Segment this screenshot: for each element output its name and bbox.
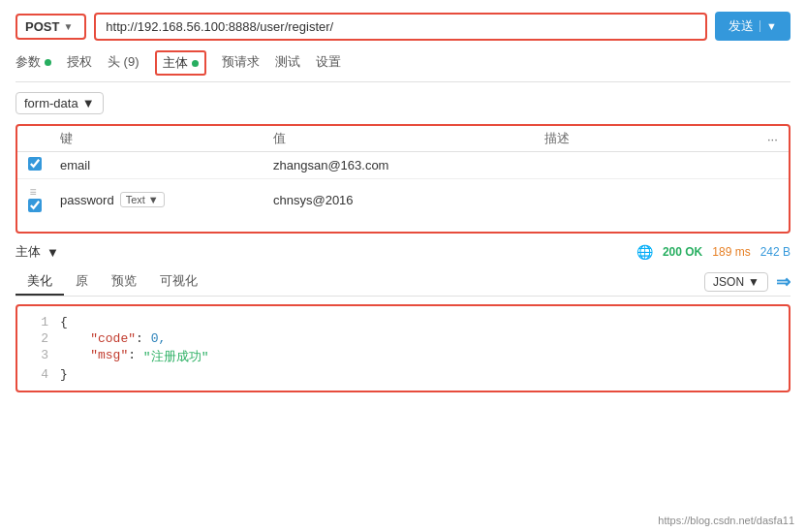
resp-tab-preview-label: 预览	[111, 273, 137, 288]
code-colon-2: :	[128, 348, 143, 365]
resp-tab-beautify[interactable]: 美化	[16, 268, 64, 296]
response-left: 主体 ▼	[16, 243, 59, 261]
code-line-4: 4 }	[17, 366, 789, 383]
row2-desc	[537, 179, 760, 221]
resp-tab-preview[interactable]: 预览	[100, 268, 148, 296]
resp-tab-visualize-label: 可视化	[160, 273, 198, 288]
globe-icon: 🌐	[636, 244, 653, 260]
response-header: 主体 ▼ 🌐 200 OK 189 ms 242 B	[16, 243, 790, 261]
resp-tab-raw[interactable]: 原	[64, 268, 100, 296]
code-line-3: 3 "msg" : "注册成功"	[17, 347, 789, 366]
drag-handle-icon: ≡	[29, 185, 36, 199]
code-key-2: "msg"	[60, 348, 128, 365]
tab-auth[interactable]: 授权	[67, 53, 92, 73]
response-section-arrow[interactable]: ▼	[46, 245, 59, 260]
form-data-select[interactable]: form-data ▼	[16, 92, 104, 114]
tab-prerequest-label: 预请求	[222, 53, 260, 71]
tab-settings-label: 设置	[316, 53, 341, 71]
status-ok: 200 OK	[663, 245, 702, 259]
form-data-arrow: ▼	[82, 96, 95, 110]
tab-headers-label: 头 (9)	[108, 53, 140, 71]
response-section-label: 主体	[16, 243, 41, 261]
th-desc: 描述	[537, 126, 760, 152]
footer-link: https://blog.csdn.net/dasfa11	[658, 515, 794, 526]
footer-link-text: https://blog.csdn.net/dasfa11	[658, 515, 794, 526]
response-tabs-row: 美化 原 预览 可视化 JSON ▼ ⇒	[16, 268, 790, 297]
row2-key-cell: password Text ▼	[52, 179, 265, 221]
code-brace-close: }	[60, 367, 68, 382]
code-brace-open: {	[60, 315, 68, 329]
toolbar-row: form-data ▼	[16, 92, 790, 114]
tab-headers[interactable]: 头 (9)	[108, 53, 140, 73]
resp-tab-raw-label: 原	[76, 273, 88, 288]
row2-checkbox-cell: ≡	[17, 179, 52, 221]
resp-toolbar: JSON ▼ ⇒	[704, 271, 790, 293]
params-table: 键 值 描述 ··· email z	[17, 126, 789, 220]
tab-tests[interactable]: 测试	[275, 53, 300, 73]
url-input[interactable]	[96, 15, 705, 39]
tabs-row: 参数 授权 头 (9) 主体 预请求 测试 设置	[16, 50, 790, 82]
code-colon-1: :	[136, 331, 151, 346]
row1-key: email	[60, 158, 90, 172]
url-input-wrap	[94, 13, 707, 41]
params-table-wrap: 键 值 描述 ··· email z	[16, 124, 790, 234]
wrap-icon[interactable]: ⇒	[776, 271, 790, 293]
th-more: ···	[760, 126, 789, 152]
tab-body-dot	[192, 60, 199, 67]
tab-body-label: 主体	[163, 54, 188, 72]
row1-key-cell: email	[52, 152, 265, 179]
th-key: 键	[52, 126, 265, 152]
json-format-arrow: ▼	[748, 275, 760, 289]
json-format-select[interactable]: JSON ▼	[704, 272, 768, 292]
form-data-label: form-data	[24, 96, 78, 110]
row2-key: password	[60, 193, 114, 207]
row2-value-cell: chnsys@2016	[265, 179, 537, 221]
method-select[interactable]: POST ▼	[16, 14, 86, 40]
tab-auth-label: 授权	[67, 53, 92, 71]
resp-tab-visualize[interactable]: 可视化	[148, 268, 209, 296]
line-num-3: 3	[25, 348, 48, 365]
code-line-2: 2 "code" : 0,	[17, 330, 789, 347]
tab-tests-label: 测试	[275, 53, 300, 71]
tab-params[interactable]: 参数	[16, 53, 51, 73]
table-row: email zhangsan@163.com	[17, 152, 789, 179]
method-label: POST	[25, 19, 59, 34]
tab-prerequest[interactable]: 预请求	[222, 53, 260, 73]
type-badge-arrow: ▼	[148, 194, 159, 205]
send-label: 发送	[728, 17, 754, 35]
status-size: 242 B	[760, 245, 790, 259]
code-val-1: 0,	[151, 331, 167, 346]
row1-desc	[537, 152, 760, 179]
tab-params-dot	[45, 59, 51, 66]
top-bar: POST ▼ 发送 ▼	[16, 12, 790, 41]
table-row: ≡ password Text ▼ chnsys@2016	[17, 179, 789, 221]
row1-value: zhangsan@163.com	[273, 158, 388, 172]
tab-settings[interactable]: 设置	[316, 53, 341, 73]
type-badge[interactable]: Text ▼	[120, 192, 165, 207]
code-line-1: 1 {	[17, 314, 789, 330]
row1-checkbox-cell	[17, 152, 52, 179]
code-key-1: "code"	[60, 331, 136, 346]
app-container: POST ▼ 发送 ▼ 参数 授权 头 (9) 主体 预请求 测试	[0, 0, 806, 532]
row2-more	[760, 179, 789, 221]
response-right: 🌐 200 OK 189 ms 242 B	[636, 244, 790, 260]
row2-checkbox[interactable]	[28, 199, 42, 212]
code-val-2: "注册成功"	[143, 348, 209, 365]
row1-checkbox[interactable]	[28, 157, 42, 171]
resp-tab-beautify-label: 美化	[27, 273, 52, 288]
line-num-2: 2	[25, 331, 48, 346]
line-num-1: 1	[25, 315, 48, 329]
json-format-label: JSON	[713, 275, 744, 289]
row1-value-cell: zhangsan@163.com	[265, 152, 537, 179]
method-arrow: ▼	[63, 21, 73, 32]
send-arrow: ▼	[760, 20, 777, 32]
send-button[interactable]: 发送 ▼	[715, 12, 790, 41]
th-checkbox	[17, 126, 52, 152]
code-block: 1 { 2 "code" : 0, 3 "msg" : "注册成功" 4 }	[16, 304, 790, 392]
tab-params-label: 参数	[16, 53, 41, 71]
type-badge-label: Text	[126, 194, 145, 205]
row2-value: chnsys@2016	[273, 193, 354, 207]
line-num-4: 4	[25, 367, 48, 382]
th-value: 值	[265, 126, 537, 152]
tab-body[interactable]: 主体	[155, 50, 206, 76]
